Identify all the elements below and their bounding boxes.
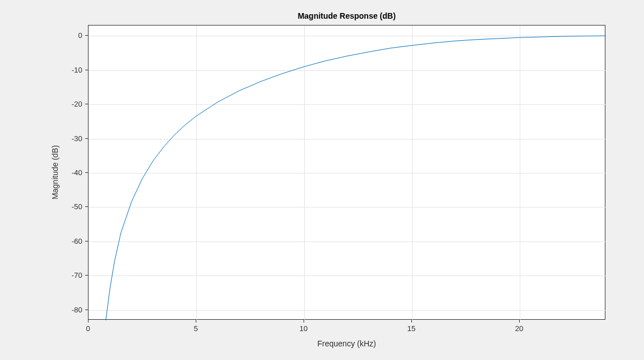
y-tick bbox=[85, 241, 88, 242]
x-tick bbox=[519, 320, 520, 323]
y-tick bbox=[85, 310, 88, 310]
y-tick-label: -30 bbox=[71, 134, 82, 142]
y-tick bbox=[85, 275, 88, 276]
y-tick-label: -50 bbox=[71, 202, 82, 211]
x-tick bbox=[88, 320, 89, 323]
x-tick bbox=[304, 320, 304, 323]
y-tick-label: -70 bbox=[71, 271, 82, 279]
y-tick-label: -80 bbox=[71, 305, 82, 314]
y-axis-label: Magnitude (dB) bbox=[50, 145, 60, 200]
y-tick bbox=[85, 138, 88, 139]
y-tick-label: 0 bbox=[78, 31, 82, 40]
y-tick bbox=[85, 206, 88, 207]
y-tick-label: -10 bbox=[71, 65, 82, 74]
x-tick-label: 0 bbox=[86, 324, 90, 333]
x-tick-label: 20 bbox=[515, 324, 523, 333]
y-tick bbox=[85, 172, 88, 173]
x-tick-label: 15 bbox=[407, 324, 415, 333]
x-tick bbox=[411, 320, 412, 323]
y-tick bbox=[85, 35, 88, 36]
y-tick bbox=[85, 70, 88, 70]
y-tick-label: -60 bbox=[71, 236, 82, 245]
x-tick-label: 5 bbox=[193, 324, 197, 333]
axes[interactable] bbox=[88, 25, 605, 320]
response-curve bbox=[89, 26, 606, 320]
x-tick bbox=[196, 320, 196, 323]
chart-title: Magnitude Response (dB) bbox=[298, 11, 396, 20]
x-axis-label: Frequency (kHz) bbox=[317, 339, 376, 348]
x-tick-label: 10 bbox=[300, 324, 308, 333]
figure-window: Magnitude Response (dB) Frequency (kHz) … bbox=[0, 0, 644, 360]
y-tick-label: -20 bbox=[71, 100, 82, 108]
y-tick bbox=[85, 104, 88, 104]
y-tick-label: -40 bbox=[71, 168, 82, 177]
